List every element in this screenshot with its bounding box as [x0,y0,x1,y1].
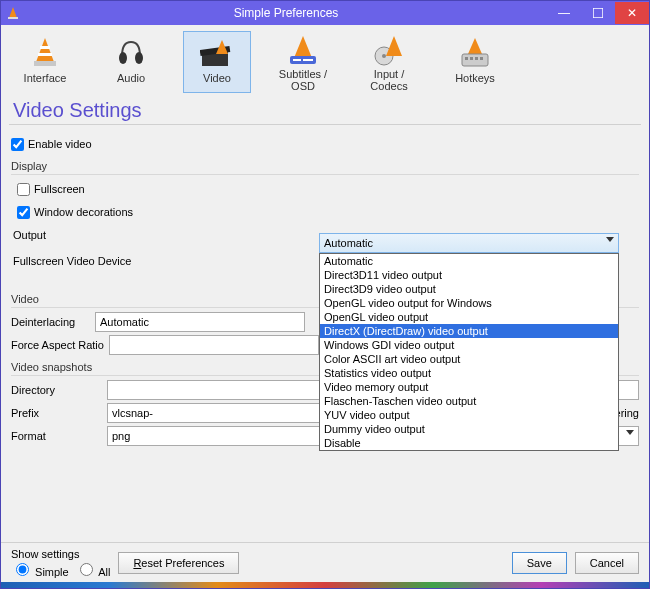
app-icon [1,6,25,20]
tab-label: Subtitles / OSD [270,68,336,92]
headphones-icon [113,34,149,70]
svg-rect-24 [480,57,483,60]
simple-radio[interactable]: Simple [11,560,69,578]
disc-cone-icon [371,34,407,66]
svg-rect-2 [593,8,603,18]
tab-video[interactable]: Video [183,31,251,93]
svg-point-8 [135,52,143,64]
window-decorations-row: Window decorations [11,202,639,222]
output-option[interactable]: Disable [320,436,618,450]
output-option[interactable]: Flaschen-Taschen video output [320,394,618,408]
svg-rect-5 [38,53,52,56]
output-dropdown[interactable]: AutomaticDirect3D11 video outputDirect3D… [319,253,619,451]
close-button[interactable]: ✕ [615,2,649,24]
output-selected-value: Automatic [324,237,373,249]
all-radio[interactable]: All [75,560,111,578]
tab-label: Video [203,72,231,84]
tab-label: Hotkeys [455,72,495,84]
fullscreen-row: Fullscreen [11,179,639,199]
svg-rect-14 [293,59,301,61]
fullscreen-checkbox[interactable] [17,183,30,196]
deinterlacing-combo[interactable]: Automatic [95,312,305,332]
format-value: png [112,430,130,442]
window-decorations-label: Window decorations [34,206,133,218]
svg-point-7 [119,52,127,64]
svg-rect-15 [303,59,313,61]
output-label: Output [13,229,173,241]
output-option[interactable]: YUV video output [320,408,618,422]
svg-rect-23 [475,57,478,60]
output-option[interactable]: Color ASCII art video output [320,352,618,366]
window-title: Simple Preferences [25,6,547,20]
deinterlacing-label: Deinterlacing [11,316,95,328]
window-decorations-checkbox[interactable] [17,206,30,219]
page-heading: Video Settings [1,95,649,124]
divider [9,124,641,125]
keyboard-cone-icon [457,34,493,70]
force-aspect-label: Force Aspect Ratio [11,339,109,351]
format-label: Format [11,430,95,442]
prefix-label: Prefix [11,407,95,419]
output-option[interactable]: OpenGL video output for Windows [320,296,618,310]
deinterlacing-value: Automatic [100,316,149,328]
reset-preferences-button[interactable]: Reset Preferences [118,552,239,574]
divider [11,174,639,175]
display-group-label: Display [11,160,639,172]
force-aspect-input[interactable] [109,335,319,355]
footer: Show settings Simple All Reset Preferenc… [1,542,649,582]
output-combo[interactable]: Automatic [319,233,619,253]
fullscreen-label: Fullscreen [34,183,85,195]
show-settings-label: Show settings [11,548,110,560]
svg-marker-19 [468,38,482,54]
output-option[interactable]: Video memory output [320,380,618,394]
titlebar: Simple Preferences ― ✕ [1,1,649,25]
tab-label: Interface [24,72,67,84]
svg-marker-18 [386,36,402,56]
taskbar [1,582,649,588]
output-option[interactable]: Automatic [320,254,618,268]
directory-label: Directory [11,384,95,396]
output-option[interactable]: Direct3D11 video output [320,268,618,282]
cancel-button[interactable]: Cancel [575,552,639,574]
svg-marker-0 [9,7,17,18]
output-option[interactable]: Dummy video output [320,422,618,436]
show-settings-group: Show settings Simple All [11,548,110,578]
minimize-button[interactable]: ― [547,2,581,24]
output-option[interactable]: DirectX (DirectDraw) video output [320,324,618,338]
svg-rect-1 [8,17,18,19]
tab-audio[interactable]: Audio [97,31,165,93]
output-option[interactable]: Windows GDI video output [320,338,618,352]
tab-subtitles[interactable]: Subtitles / OSD [269,31,337,93]
tab-interface[interactable]: Interface [11,31,79,93]
fullscreen-device-label: Fullscreen Video Device [13,255,173,267]
category-toolbar: Interface Audio Video Subtitles / OSD In… [1,25,649,95]
enable-video-label: Enable video [28,138,92,150]
tab-label: Audio [117,72,145,84]
chevron-down-icon [606,237,614,242]
subtitles-cone-icon [285,34,321,66]
svg-rect-22 [470,57,473,60]
preferences-window: Simple Preferences ― ✕ Interface Audio V… [0,0,650,589]
tab-label: Input / Codecs [356,68,422,92]
tab-input-codecs[interactable]: Input / Codecs [355,31,423,93]
tab-hotkeys[interactable]: Hotkeys [441,31,509,93]
cone-icon [27,34,63,70]
save-button[interactable]: Save [512,552,567,574]
maximize-button[interactable] [581,2,615,24]
svg-marker-3 [36,38,54,62]
enable-video-row: Enable video [11,134,639,154]
svg-rect-6 [34,61,56,66]
output-option[interactable]: Direct3D9 video output [320,282,618,296]
clapperboard-cone-icon [199,34,235,70]
svg-rect-4 [40,46,50,49]
enable-video-checkbox[interactable] [11,138,24,151]
svg-rect-21 [465,57,468,60]
chevron-down-icon [626,430,634,435]
output-option[interactable]: Statistics video output [320,366,618,380]
svg-marker-12 [294,36,312,58]
settings-content: Enable video Display Fullscreen Window d… [1,131,649,542]
output-option[interactable]: OpenGL video output [320,310,618,324]
svg-point-17 [382,54,386,58]
